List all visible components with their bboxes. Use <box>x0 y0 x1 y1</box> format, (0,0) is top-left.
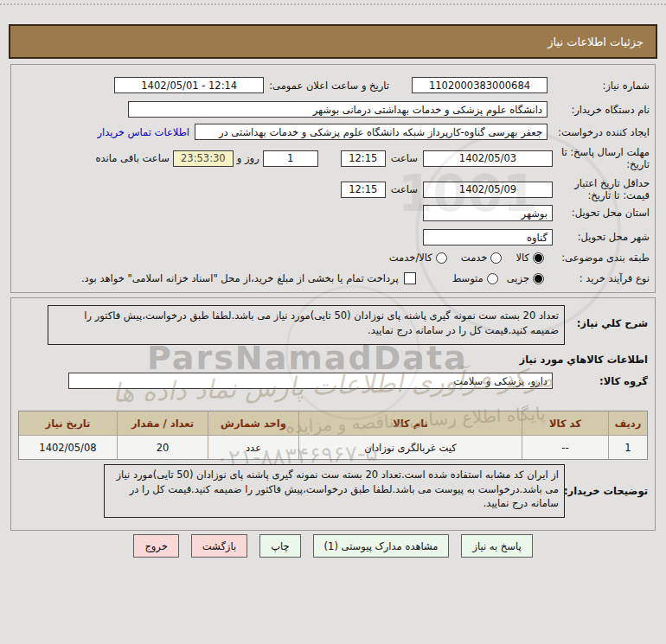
radio-service[interactable] <box>490 252 502 264</box>
buyer-notes-label: توضیحات خریدار: <box>564 485 648 497</box>
days-remaining-label: روز و <box>237 152 259 164</box>
delivery-province-label: استان محل تحویل: <box>553 207 650 219</box>
announce-datetime-field[interactable]: 1402/05/01 - 12:14 <box>114 77 264 93</box>
delivery-province-field[interactable]: بوشهر <box>423 205 553 221</box>
response-deadline-date-field[interactable]: 1402/05/03 <box>423 150 553 167</box>
radio-medium-label: متوسط <box>452 272 483 284</box>
radio-minor-label: جزیی <box>507 272 529 284</box>
delivery-city-label: شهر محل تحویل: <box>553 231 650 243</box>
countdown-timer: 23:53:30 <box>173 150 234 167</box>
treasury-checkbox-label: پرداخت تمام یا بخشی از مبلغ خرید،از محل … <box>81 272 399 284</box>
radio-goods-label: کالا <box>516 252 529 264</box>
table-row: 1 -- کیت غربالگری نوزادان عدد 20 1402/05… <box>19 436 647 459</box>
row-purchase-type: نوع فرآیند خرید : جزیی متوسط پرداخت تمام… <box>16 272 650 284</box>
radio-goods[interactable] <box>533 252 544 264</box>
classification-label: طبقه بندی موضوعی: <box>544 252 650 264</box>
goods-group-field[interactable]: دارو، پزشکی و سلامت <box>68 373 553 389</box>
radio-minor[interactable] <box>533 273 544 284</box>
need-number-field[interactable]: 1102000383000684 <box>412 77 548 93</box>
request-creator-field[interactable]: جعفر بهرسی گناوه-کارپرداز شبکه دانشگاه ع… <box>195 124 548 140</box>
row-price-validity: حداقل تاریخ اعتبار قیمت: تا تاریخ: 1402/… <box>16 177 650 202</box>
page-title: جزئیات اطلاعات نیاز <box>548 35 644 48</box>
row-delivery-province: استان محل تحویل: بوشهر <box>16 205 650 221</box>
action-buttons: پاسخ به نیاز مشاهده مدارک پیوستی (1) چاپ… <box>0 534 666 558</box>
radio-goods-service[interactable] <box>436 252 447 264</box>
buyer-notes-box[interactable]: از ایران کد مشابه استفاده شده است.تعداد … <box>104 464 565 518</box>
goods-group-label: گروه کالا: <box>553 375 648 387</box>
cell-count-unit: عدد <box>208 436 298 459</box>
row-request-creator: ایجاد کننده درخواست: جعفر بهرسی گناوه-کا… <box>16 124 650 140</box>
title-bar: جزئیات اطلاعات نیاز <box>9 24 657 59</box>
cell-quantity: 20 <box>117 436 208 459</box>
need-details-page: { "title_bar": "جزئیات اطلاعات نیاز", "f… <box>0 0 666 644</box>
goods-table: ردیف کد کالا نام کالا واحد شمارش تعداد /… <box>18 411 648 460</box>
col-count-unit: واحد شمارش <box>208 411 298 435</box>
request-creator-label: ایجاد کننده درخواست: <box>548 126 650 138</box>
back-button[interactable]: بازگشت <box>191 534 247 558</box>
price-validity-hour-label: ساعت <box>391 183 418 195</box>
countdown-label: ساعت باقی مانده <box>96 152 170 164</box>
goods-table-header-row: ردیف کد کالا نام کالا واحد شمارش تعداد /… <box>19 411 647 436</box>
row-need-number: شماره نیاز: 1102000383000684 تاریخ و ساع… <box>16 77 650 93</box>
row-response-deadline: مهلت ارسال پاسخ: تا تاریخ: 1402/05/03 سا… <box>16 146 650 171</box>
col-goods-name: نام کالا <box>298 411 522 435</box>
row-buyer-org: نام دستگاه خریدار: دانشگاه علوم پزشکی و … <box>16 101 650 118</box>
print-button[interactable]: چاپ <box>259 534 300 558</box>
response-deadline-hour-field[interactable]: 12:15 <box>341 150 386 167</box>
respond-to-need-button[interactable]: پاسخ به نیاز <box>461 534 532 558</box>
exit-button[interactable]: خروج <box>133 534 178 558</box>
need-description-label: شرح کلي نیاز: <box>577 317 648 329</box>
treasury-checkbox[interactable] <box>404 272 416 284</box>
days-remaining-field[interactable]: 1 <box>263 150 318 167</box>
goods-info-panel: شرح کلي نیاز: تعداد 20 بسته ست نمونه گیر… <box>10 297 656 531</box>
view-attachments-button[interactable]: مشاهده مدارک پیوستی (1) <box>313 534 450 558</box>
col-row-number: ردیف <box>608 411 647 435</box>
price-validity-date-field[interactable]: 1402/05/09 <box>423 182 553 198</box>
radio-goods-service-label: کالا/خدمت <box>389 252 432 264</box>
col-quantity: تعداد / مقدار <box>117 411 208 435</box>
col-need-date: تاریخ نیاز <box>19 411 117 435</box>
need-number-label: شماره نیاز: <box>548 80 650 92</box>
cell-row-number: 1 <box>608 436 647 459</box>
row-classification: طبقه بندی موضوعی: کالا خدمت کالا/خدمت <box>16 252 650 264</box>
buyer-org-field[interactable]: دانشگاه علوم پزشکی و خدمات بهداشتی درمان… <box>128 101 548 118</box>
radio-service-label: خدمت <box>461 252 488 264</box>
buyer-contact-link[interactable]: اطلاعات تماس خریدار <box>97 126 189 138</box>
buyer-org-label: نام دستگاه خریدار: <box>548 104 650 116</box>
cell-goods-code: -- <box>522 436 608 459</box>
delivery-city-field[interactable]: گناوه <box>423 229 553 245</box>
row-delivery-city: شهر محل تحویل: گناوه <box>16 229 650 245</box>
price-validity-hour-field[interactable]: 12:15 <box>341 182 386 198</box>
price-validity-label: حداقل تاریخ اعتبار قیمت: تا تاریخ: <box>553 177 650 202</box>
response-deadline-hour-label: ساعت <box>391 152 418 164</box>
row-goods-group: گروه کالا: دارو، پزشکی و سلامت <box>16 373 648 389</box>
goods-section-header: اطلاعات کالاهاي مورد نیاز <box>520 354 648 366</box>
radio-medium[interactable] <box>487 273 498 284</box>
cell-goods-name: کیت غربالگری نوزادان <box>298 436 522 459</box>
top-dotted-divider <box>0 3 666 5</box>
col-goods-code: کد کالا <box>522 411 608 435</box>
need-description-box[interactable]: تعداد 20 بسته ست نمونه گیری پاشنه پای نو… <box>48 305 565 345</box>
response-deadline-label: مهلت ارسال پاسخ: تا تاریخ: <box>553 146 650 171</box>
purchase-type-label: نوع فرآیند خرید : <box>544 272 650 284</box>
cell-need-date: 1402/05/08 <box>19 436 117 459</box>
announce-datetime-label: تاریخ و ساعت اعلان عمومی: <box>269 80 389 92</box>
need-info-panel: شماره نیاز: 1102000383000684 تاریخ و ساع… <box>10 64 656 293</box>
